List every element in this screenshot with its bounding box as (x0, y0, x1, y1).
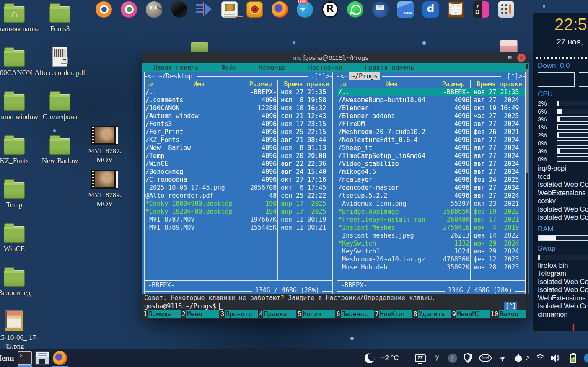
clipped-tray-icon[interactable] (584, 354, 588, 363)
temperature-indicator[interactable]: −2 °C (381, 354, 399, 362)
mtime-column-header[interactable]: Время правки (471, 80, 525, 88)
file-row[interactable]: *Conky 1920×~80.desktop 194 апр 17 2025 (145, 208, 332, 216)
volume-icon[interactable]: )) (551, 354, 562, 362)
panel-corner-marker[interactable]: .[^]> (310, 72, 330, 80)
left-panel-path[interactable]: ~/Desktop (156, 72, 195, 80)
menu-command[interactable]: Команда (259, 64, 286, 71)
file-row[interactable]: /qencoder-master 4096 авг 27 2024 (337, 184, 525, 192)
function-key-button[interactable]: 3 Про~отр (220, 310, 258, 318)
wifi-icon[interactable] (535, 354, 545, 362)
desktop-icon[interactable]: Fonts3 (34, 3, 85, 47)
file-row[interactable]: *Conky 1600×900.desktop 190 апр 17 2025 (145, 200, 332, 208)
partially-hidden-pink-folder-icon[interactable] (500, 40, 518, 54)
blender-icon[interactable] (96, 1, 112, 18)
name-column-header[interactable]: Имя (347, 80, 437, 88)
file-row[interactable]: *Instant Meshes 2759416 ноя 4 2019 (337, 224, 525, 232)
desktop-icon[interactable]: WinCE (0, 222, 40, 266)
name-column-header[interactable]: Имя (154, 80, 244, 88)
file-row[interactable]: /Video_stabilize 4096 авг 27 2024 (337, 160, 525, 168)
desktop-icon[interactable]: KZ_Fonts (0, 134, 40, 178)
left-panel-header[interactable]: <─ ~/Desktop .[^]> (145, 72, 332, 80)
panel-corner-marker[interactable]: .[^]> (503, 72, 523, 80)
taskbar-file-manager-icon[interactable] (35, 351, 49, 365)
telegram-tray-icon[interactable]: ➤ (495, 351, 510, 365)
file-row[interactable]: /100CANON 12288 ноя 18 16:32 (145, 104, 332, 112)
file-row[interactable]: /Sheep_it 4096 авг 27 2024 (337, 144, 525, 152)
file-row[interactable]: /tsetup.5.2.2 4096 авг 27 2024 (337, 192, 525, 200)
menu-left-panel[interactable]: Левая панель (153, 64, 199, 71)
d-app-icon[interactable]: d (422, 1, 439, 18)
size-column-header[interactable]: Размер (437, 80, 471, 88)
file-row[interactable]: *KeySwitch 1132 июн 29 2024 (337, 240, 525, 248)
minimize-button[interactable]: – (494, 52, 505, 63)
panel-up-badge[interactable]: [^] (504, 302, 517, 310)
desktop-icon[interactable]: Autumn window (0, 90, 40, 134)
function-key-button[interactable]: 10 Выход (491, 310, 528, 318)
size-column-header[interactable]: Размер (244, 80, 278, 88)
file-row[interactable]: @Alto recorder.pdf 48 сен 25 22:22 (145, 192, 332, 200)
screensaver-inhibit-icon[interactable]: ZZ (414, 353, 426, 364)
right-panel-header[interactable]: <─ ~/Progs .[^]> (337, 72, 525, 80)
blender-pink-icon[interactable] (121, 1, 137, 18)
file-row[interactable]: Meshroom-20~a10.tar.gz 476856K фев 12 20… (337, 256, 525, 264)
window-titlebar[interactable]: mc [gosha@911S]:~/Progs – ✕ (142, 52, 529, 63)
inkscape-icon[interactable] (170, 0, 188, 18)
file-row[interactable]: /С телефона 4096 окт 27 17:16 (145, 176, 332, 184)
virtualbox-icon[interactable]: vbox (397, 1, 414, 18)
desktop-icon[interactable]: Домашняя папка (0, 3, 40, 47)
file-row[interactable]: /Autumn window 4096 сен 21 12:43 (145, 112, 332, 120)
file-row[interactable]: /FireDM 4096 авг 27 2024 (337, 120, 525, 128)
shield-security-icon[interactable] (464, 353, 472, 363)
clipboard-scissors-icon[interactable]: ✂ (432, 353, 443, 363)
file-row[interactable]: /AwesomeBump~buntu18.04 4096 авг 27 2024 (337, 96, 525, 104)
file-row[interactable]: /Blender addons 4096 мар 27 2025 (337, 112, 525, 120)
desktop-icon[interactable]: Temp (0, 178, 40, 222)
sort-indicator[interactable]: .и (338, 80, 347, 88)
desktop-icon[interactable]: 100CANON (0, 47, 40, 90)
kdenlive-icon[interactable] (196, 1, 212, 18)
file-row[interactable]: MVI_8787.MOV 197667K ноя 11 00:19 (145, 216, 332, 224)
panel-history-marker[interactable]: <─ (147, 72, 156, 80)
gimp-icon[interactable] (146, 1, 162, 18)
file-row[interactable]: /Велосипед 4096 авг 24 15:40 (145, 168, 332, 176)
mtime-column-header[interactable]: Время правки (278, 80, 332, 88)
file-row[interactable]: /WinCE 4096 авг 22 22:36 (145, 160, 332, 168)
file-row[interactable]: KeySwitch1 1024 июн 29 2024 (337, 248, 525, 256)
xnview-icon[interactable] (246, 1, 263, 18)
close-button[interactable]: ✕ (517, 54, 526, 62)
bluetooth-icon[interactable]: ᛒ (448, 354, 457, 363)
function-key-button[interactable]: 2 Меню (182, 310, 219, 318)
mailspring-icon[interactable] (372, 1, 389, 18)
desktop-icon[interactable]: MVI_8787. MOV (79, 126, 130, 170)
function-key-button[interactable]: 5 Копия (298, 310, 335, 318)
mc-command-line[interactable]: gosha@911S:~/Progs$ [^] (142, 302, 529, 310)
file-row[interactable]: *FreeFileSyn~nstall.run 26048K авг 17 20… (337, 216, 525, 224)
scrollbar-thumb[interactable] (526, 69, 528, 173)
file-row[interactable]: /KZ_Fonts 4096 авг 21 08:44 (145, 136, 332, 144)
desktop-icon[interactable]: Alto recorder. pdf (34, 47, 85, 90)
file-row[interactable]: /.comments 4096 июл 8 19:58 (145, 96, 332, 104)
menu-file[interactable]: Файл (221, 64, 236, 71)
telegram-icon[interactable]: 9999 (297, 1, 313, 18)
function-key-button[interactable]: 6 Перенос (336, 310, 373, 318)
calculator-icon[interactable] (498, 1, 514, 18)
desktop-icon[interactable]: С телефона (34, 90, 85, 134)
file-row[interactable]: /.. -ВВЕРХ- ноя 27 21:35 (145, 88, 332, 96)
file-row[interactable]: MVI_8789.MOV 155445K ноя 11 00:21 (145, 224, 332, 232)
night-mode-icon[interactable] (365, 353, 375, 363)
file-row[interactable]: /Meshroom-20~7-cuda10.2 4096 фев 26 2021 (337, 128, 525, 136)
file-row[interactable]: /NeoTextureEdit_0.6.4 4096 авг 27 2024 (337, 136, 525, 144)
file-row[interactable]: *Bridge.AppImage 358865K фев 19 2022 (337, 208, 525, 216)
function-key-button[interactable]: 9 МенюМС (452, 310, 490, 318)
firefox-icon[interactable] (272, 1, 288, 18)
file-row[interactable]: Muse_Hub.deb 35892K июн 28 2023 (337, 264, 525, 271)
r-app-icon[interactable] (322, 1, 338, 18)
desktop-icon[interactable]: 2025-10-06_ 17-45.png (0, 310, 40, 354)
file-row[interactable]: Instant meshes.jpeg 26213 дек 14 2022 (337, 232, 525, 240)
taskbar-firefox-icon[interactable] (53, 351, 67, 365)
dictionary-book-icon[interactable] (448, 1, 464, 18)
menu-right-panel[interactable]: Правая панель (365, 64, 414, 71)
file-row[interactable]: /Temp 4096 ноя 20 20:08 (145, 152, 332, 160)
right-panel-path[interactable]: ~/Progs (349, 72, 380, 80)
menu-button[interactable]: Menu (0, 354, 14, 363)
